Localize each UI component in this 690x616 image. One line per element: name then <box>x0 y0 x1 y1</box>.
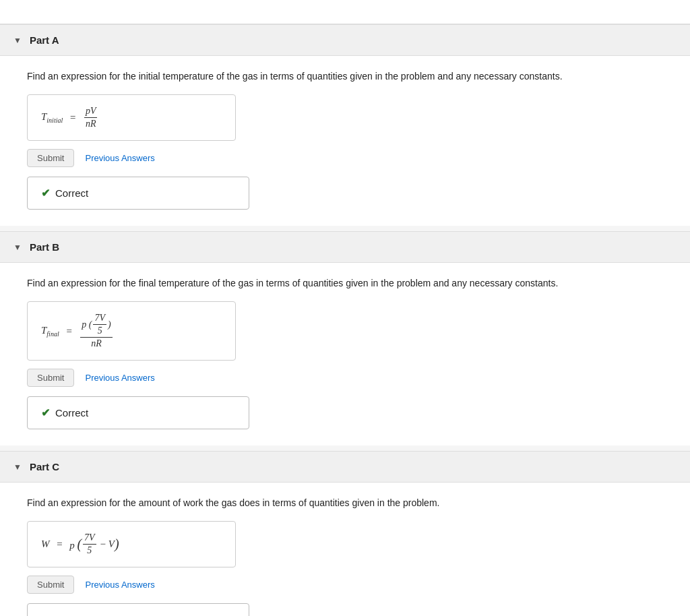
part-b-label: Part B <box>30 241 59 253</box>
part-c-formula-rhs: p ( 7V 5 − V ) <box>69 532 119 556</box>
part-b-body: Find an expression for the final tempera… <box>0 263 690 445</box>
part-b-fraction: p ( 7V 5 ) nR <box>80 313 112 349</box>
chevron-down-icon: ▼ <box>13 36 22 45</box>
part-a-prev-answers-link[interactable]: Previous Answers <box>85 153 154 163</box>
part-c-equals: = <box>54 538 66 550</box>
part-b-formula-lhs: Tfinal <box>41 325 59 338</box>
part-a-formula-lhs: Tinitial <box>41 111 63 124</box>
part-a-section: ▼ Part A Find an expression for the init… <box>0 24 690 226</box>
part-c-section: ▼ Part C Find an expression for the amou… <box>0 451 690 616</box>
part-a-question: Find an expression for the initial tempe… <box>27 69 663 84</box>
part-a-formula-box: Tinitial = pV nR <box>27 94 236 141</box>
part-c-question: Find an expression for the amount of wor… <box>27 496 663 510</box>
part-b-check-icon: ✔ <box>41 406 50 419</box>
chevron-down-icon-b: ▼ <box>13 243 22 252</box>
part-b-correct-box: ✔ Correct <box>27 396 249 429</box>
top-bar <box>0 0 690 24</box>
part-b-prev-answers-link[interactable]: Previous Answers <box>85 373 154 383</box>
part-a-correct-box: ✔ Correct <box>27 177 249 210</box>
part-c-submit-button[interactable]: Submit <box>27 576 74 594</box>
part-c-header[interactable]: ▼ Part C <box>0 451 690 483</box>
part-a-fraction: pV nR <box>84 106 98 129</box>
part-b-correct-label: Correct <box>55 407 88 419</box>
part-c-check-icon: ✔ <box>41 613 50 616</box>
part-a-body: Find an expression for the initial tempe… <box>0 56 690 226</box>
part-c-formula-lhs: W <box>41 538 50 550</box>
part-b-header[interactable]: ▼ Part B <box>0 231 690 263</box>
part-a-action-row: Submit Previous Answers <box>27 149 663 167</box>
part-a-check-icon: ✔ <box>41 187 50 199</box>
part-b-section: ▼ Part B Find an expression for the fina… <box>0 231 690 445</box>
part-c-correct-box: ✔ Correct <box>27 603 249 616</box>
part-a-correct-label: Correct <box>55 187 88 199</box>
part-c-formula-box: W = p ( 7V 5 − V ) <box>27 521 236 567</box>
part-b-submit-button[interactable]: Submit <box>27 369 74 387</box>
part-a-equals: = <box>67 112 79 123</box>
part-b-equals: = <box>63 326 75 337</box>
part-a-header[interactable]: ▼ Part A <box>0 24 690 56</box>
part-b-formula-box: Tfinal = p ( 7V 5 ) <box>27 301 236 361</box>
chevron-down-icon-c: ▼ <box>13 462 22 472</box>
part-c-body: Find an expression for the amount of wor… <box>0 483 690 616</box>
part-c-label: Part C <box>30 461 59 472</box>
part-c-action-row: Submit Previous Answers <box>27 576 663 594</box>
part-a-label: Part A <box>30 34 59 46</box>
part-a-submit-button[interactable]: Submit <box>27 149 74 167</box>
part-b-question: Find an expression for the final tempera… <box>27 276 663 290</box>
part-b-action-row: Submit Previous Answers <box>27 369 663 387</box>
part-c-prev-answers-link[interactable]: Previous Answers <box>85 580 154 590</box>
